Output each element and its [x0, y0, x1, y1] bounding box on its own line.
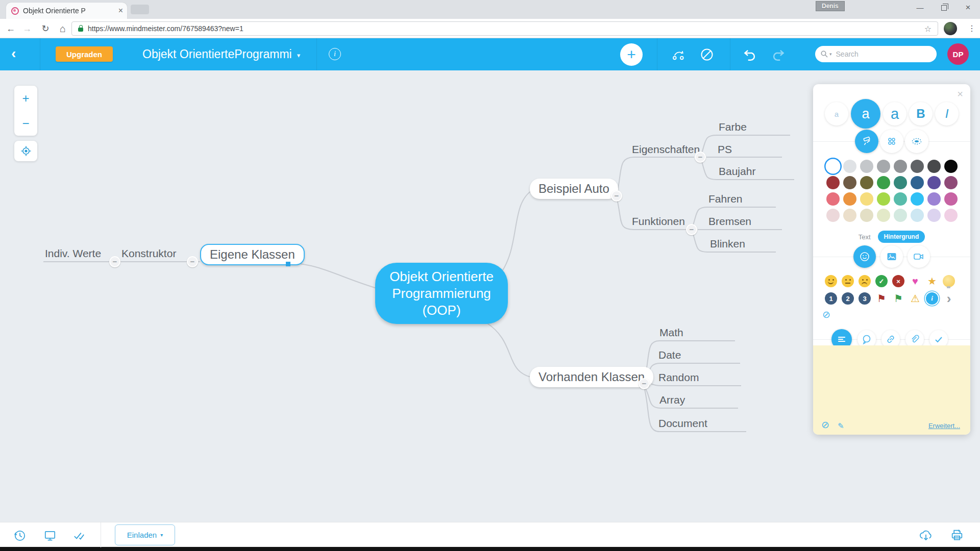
node-funktionen[interactable]: Funktionen: [632, 215, 685, 228]
color-swatch[interactable]: [911, 192, 924, 206]
color-swatch[interactable]: [911, 209, 924, 222]
color-swatch[interactable]: [877, 160, 890, 173]
collapse-button[interactable]: −: [686, 224, 697, 235]
color-swatch[interactable]: [860, 209, 873, 222]
color-swatch[interactable]: [894, 176, 907, 189]
color-swatch[interactable]: [944, 209, 958, 222]
priority-2-icon[interactable]: 2: [842, 292, 854, 305]
emoji-picker-button[interactable]: [853, 245, 876, 268]
priority-3-icon[interactable]: 3: [859, 292, 871, 305]
node-random[interactable]: Random: [658, 371, 699, 384]
remove-emoji-icon[interactable]: ⊘: [822, 309, 830, 320]
font-large-button[interactable]: a: [883, 102, 906, 126]
upgrade-button[interactable]: Upgraden: [56, 46, 113, 62]
collapse-button[interactable]: −: [187, 256, 198, 267]
collapse-button[interactable]: −: [109, 256, 120, 267]
color-swatch[interactable]: [894, 160, 907, 173]
browser-avatar[interactable]: [944, 22, 957, 35]
multi-color-button[interactable]: [880, 130, 903, 153]
color-swatch[interactable]: [894, 192, 907, 206]
color-swatch[interactable]: [877, 192, 890, 206]
info-badge-icon[interactable]: i: [926, 292, 938, 305]
red-flag-icon[interactable]: ⚑: [875, 292, 888, 305]
window-restore-button[interactable]: [932, 0, 956, 15]
undo-icon[interactable]: [741, 47, 756, 62]
color-swatch[interactable]: [826, 192, 840, 206]
collapse-button[interactable]: −: [611, 190, 622, 202]
video-button[interactable]: [908, 245, 930, 268]
home-icon[interactable]: ⌂: [56, 22, 69, 35]
node-bremsen[interactable]: Bremsen: [708, 215, 751, 228]
green-flag-icon[interactable]: ⚑: [892, 292, 904, 305]
window-close-button[interactable]: ×: [956, 0, 980, 15]
history-icon[interactable]: [13, 529, 27, 542]
italic-button[interactable]: I: [935, 102, 959, 126]
image-button[interactable]: [880, 245, 903, 268]
forward-icon[interactable]: →: [20, 22, 34, 35]
search-box[interactable]: ▾: [815, 46, 937, 62]
redo-icon[interactable]: [772, 47, 787, 62]
star-icon[interactable]: ★: [926, 275, 938, 287]
panel-close-icon[interactable]: ×: [957, 88, 963, 100]
color-swatch[interactable]: [860, 192, 873, 206]
boundary-style-button[interactable]: [905, 130, 928, 153]
color-swatch[interactable]: [944, 192, 958, 206]
print-icon[interactable]: [950, 528, 964, 542]
background-color-tab[interactable]: Hintergrund: [878, 231, 925, 243]
color-swatch[interactable]: [826, 209, 840, 222]
cross-mark-icon[interactable]: ×: [892, 275, 904, 287]
collapse-button[interactable]: −: [639, 378, 650, 389]
new-tab-button[interactable]: [131, 5, 149, 14]
node-math[interactable]: Math: [659, 327, 683, 339]
heart-icon[interactable]: ♥: [909, 275, 921, 287]
export-icon[interactable]: [918, 528, 934, 542]
mindmap-canvas[interactable]: Objekt Orientierte Programmierung (OOP) …: [0, 70, 980, 522]
back-icon[interactable]: ←: [4, 22, 17, 35]
window-minimize-button[interactable]: —: [908, 0, 932, 15]
more-emoji-icon[interactable]: ›: [943, 292, 955, 305]
browser-profile-name-button[interactable]: Denis: [816, 1, 845, 11]
node-beispiel-auto[interactable]: Beispiel Auto: [530, 179, 618, 199]
color-swatch[interactable]: [877, 209, 890, 222]
neutral-face-icon[interactable]: [842, 275, 854, 287]
color-swatch[interactable]: [927, 192, 941, 206]
node-indiv-werte[interactable]: Indiv. Werte: [45, 247, 101, 260]
color-swatch[interactable]: [843, 160, 856, 173]
zoom-in-button[interactable]: +: [14, 86, 37, 111]
back-to-maps-icon[interactable]: ‹: [11, 45, 16, 62]
node-farbe[interactable]: Farbe: [719, 121, 747, 133]
map-title[interactable]: Objekt OrientierteProgrammi...: [142, 47, 291, 61]
invite-button[interactable]: Einladen ▾: [115, 524, 175, 545]
search-caret-icon[interactable]: ▾: [829, 52, 832, 57]
color-swatch[interactable]: [826, 176, 840, 189]
font-small-button[interactable]: a: [825, 102, 848, 126]
tab-close-icon[interactable]: ×: [118, 6, 123, 15]
node-vorhanden-klassen[interactable]: Vorhanden Klassen: [530, 367, 653, 387]
boundary-disabled-icon[interactable]: [700, 47, 714, 62]
bold-button[interactable]: B: [909, 102, 933, 126]
node-baujahr[interactable]: Baujahr: [719, 165, 755, 178]
node-eigenschaften[interactable]: Eigenschaften: [632, 143, 700, 156]
browser-menu-icon[interactable]: ⋮: [966, 22, 978, 35]
node-blinken[interactable]: Blinken: [710, 238, 745, 250]
node-date[interactable]: Date: [658, 349, 681, 361]
zoom-out-button[interactable]: −: [14, 111, 37, 136]
node-fahren[interactable]: Fahren: [708, 193, 743, 205]
lightbulb-icon[interactable]: [943, 275, 955, 287]
color-swatch[interactable]: [826, 160, 840, 173]
edit-note-icon[interactable]: ✎: [838, 421, 844, 431]
color-swatch[interactable]: [843, 192, 856, 206]
color-swatch[interactable]: [894, 209, 907, 222]
color-swatch[interactable]: [843, 209, 856, 222]
color-swatch[interactable]: [911, 160, 924, 173]
tasks-done-icon[interactable]: [72, 529, 86, 542]
note-editor-area[interactable]: ⊘ ✎ Erweitert...: [813, 345, 970, 435]
bookmark-star-icon[interactable]: ☆: [924, 24, 932, 34]
advanced-link[interactable]: Erweitert...: [928, 422, 960, 430]
sad-face-icon[interactable]: [859, 275, 871, 287]
search-input[interactable]: [836, 50, 932, 58]
color-swatch[interactable]: [927, 176, 941, 189]
color-swatch[interactable]: [911, 176, 924, 189]
node-konstruktor[interactable]: Konstruktor: [121, 247, 176, 260]
map-title-caret-icon[interactable]: ▾: [297, 52, 301, 59]
